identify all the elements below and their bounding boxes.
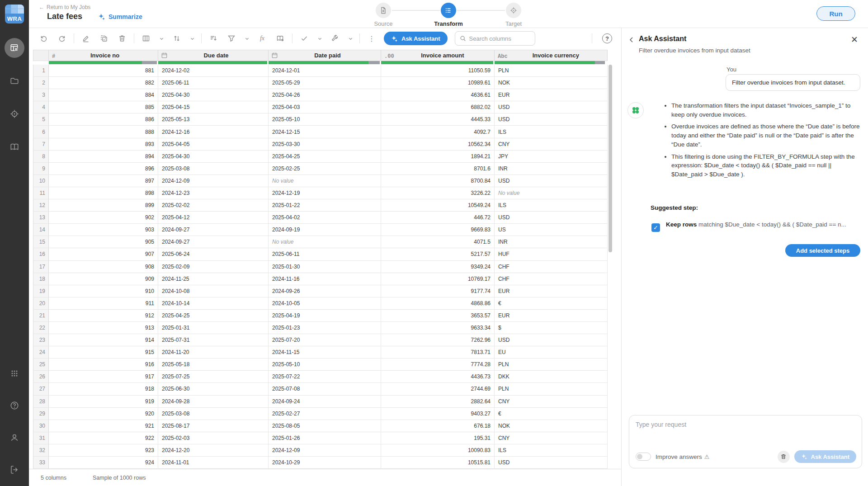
more-options-button[interactable]: ⋮: [366, 33, 377, 44]
edit-cell-button[interactable]: [80, 33, 92, 44]
table-cell[interactable]: 2024-10-14: [158, 297, 269, 310]
table-cell[interactable]: 2024-11-15: [269, 346, 381, 359]
row-number[interactable]: 12: [33, 199, 49, 212]
table-cell[interactable]: HUF: [495, 248, 608, 260]
table-cell[interactable]: USD: [495, 175, 608, 187]
table-cell[interactable]: 2025-06-11: [269, 248, 381, 260]
table-cell[interactable]: 10090.83: [381, 444, 495, 457]
column-header-invoice-currency[interactable]: Abc Invoice currency: [495, 50, 608, 61]
sidebar-item-transform[interactable]: [5, 38, 24, 58]
table-cell[interactable]: 446.72: [381, 212, 495, 224]
table-cell[interactable]: 884: [49, 89, 158, 101]
row-number[interactable]: 24: [33, 346, 49, 359]
table-cell[interactable]: 2882.64: [381, 396, 495, 408]
row-number[interactable]: 5: [33, 113, 49, 126]
table-cell[interactable]: CHF: [495, 273, 608, 285]
table-cell[interactable]: 2024-11-20: [158, 346, 269, 359]
undo-button[interactable]: [38, 33, 50, 44]
table-cell[interactable]: 10769.17: [381, 273, 495, 285]
column-header-invoice-no[interactable]: # Invoice no: [49, 50, 158, 61]
ask-assistant-submit-button[interactable]: Ask Assistant: [794, 450, 857, 463]
table-cell[interactable]: 914: [49, 334, 158, 346]
table-cell[interactable]: 4092.7: [381, 126, 495, 138]
row-number[interactable]: 10: [33, 175, 49, 187]
table-cell[interactable]: 2025-07-22: [269, 371, 381, 383]
table-cell[interactable]: US: [495, 224, 608, 236]
table-cell[interactable]: 9349.24: [381, 261, 495, 273]
table-cell[interactable]: 898: [49, 187, 158, 199]
row-number[interactable]: 17: [33, 261, 49, 273]
table-cell[interactable]: 910: [49, 285, 158, 297]
table-cell[interactable]: 2024-12-02: [158, 65, 269, 77]
table-cell[interactable]: 2025-03-08: [158, 163, 269, 175]
table-cell[interactable]: USD: [495, 457, 608, 469]
table-cell[interactable]: 2744.69: [381, 383, 495, 395]
table-cell[interactable]: 2024-12-09: [158, 175, 269, 187]
table-cell[interactable]: 2025-01-31: [158, 322, 269, 334]
table-cell[interactable]: USD: [495, 334, 608, 346]
row-number[interactable]: 18: [33, 273, 49, 285]
table-cell[interactable]: 11050.59: [381, 65, 495, 77]
tools-dropdown-chevron[interactable]: [347, 33, 354, 44]
group-rows-button[interactable]: [208, 33, 219, 44]
table-cell[interactable]: 1894.21: [381, 151, 495, 163]
table-cell[interactable]: 2025-07-31: [158, 334, 269, 346]
row-number[interactable]: 1: [33, 65, 49, 77]
row-number[interactable]: 19: [33, 285, 49, 297]
row-number[interactable]: 7: [33, 138, 49, 151]
table-cell[interactable]: 2024-12-16: [158, 126, 269, 138]
table-cell[interactable]: 9403.27: [381, 408, 495, 420]
row-number[interactable]: 15: [33, 236, 49, 248]
table-cell[interactable]: CNY: [495, 138, 608, 151]
table-cell[interactable]: 3653.57: [381, 310, 495, 322]
table-cell[interactable]: 2025-04-19: [269, 310, 381, 322]
table-cell[interactable]: 8700.84: [381, 175, 495, 187]
sidebar-item-account[interactable]: [5, 428, 24, 448]
table-cell[interactable]: 2024-11-16: [269, 273, 381, 285]
table-cell[interactable]: No value: [495, 187, 608, 199]
table-cell[interactable]: 922: [49, 432, 158, 444]
app-logo[interactable]: WRA: [5, 5, 24, 24]
table-cell[interactable]: CNY: [495, 396, 608, 408]
table-cell[interactable]: 2025-07-20: [269, 334, 381, 346]
table-cell[interactable]: 888: [49, 126, 158, 138]
vertical-scrollbar[interactable]: [609, 65, 612, 252]
panel-close-icon[interactable]: ✕: [851, 34, 858, 45]
table-cell[interactable]: 2025-01-26: [269, 432, 381, 444]
table-cell[interactable]: 2024-10-05: [269, 297, 381, 310]
table-cell[interactable]: €: [495, 408, 608, 420]
row-number[interactable]: 29: [33, 408, 49, 420]
table-cell[interactable]: 2025-01-23: [269, 322, 381, 334]
table-cell[interactable]: 2025-02-03: [158, 432, 269, 444]
table-cell[interactable]: 913: [49, 322, 158, 334]
table-cell[interactable]: 2025-02-02: [158, 199, 269, 212]
panel-back-button[interactable]: [628, 36, 635, 43]
step-target[interactable]: Target: [493, 3, 534, 27]
table-cell[interactable]: 2025-04-02: [269, 212, 381, 224]
table-cell[interactable]: 881: [49, 65, 158, 77]
add-selected-steps-button[interactable]: Add selected steps: [785, 244, 860, 257]
row-number[interactable]: 13: [33, 212, 49, 224]
row-number[interactable]: 21: [33, 310, 49, 322]
table-cell[interactable]: PLN: [495, 65, 608, 77]
table-cell[interactable]: 2024-09-19: [269, 224, 381, 236]
table-cell[interactable]: NOK: [495, 420, 608, 432]
row-number[interactable]: 11: [33, 187, 49, 199]
sidebar-item-target[interactable]: [5, 104, 24, 124]
row-number[interactable]: 14: [33, 224, 49, 236]
table-cell[interactable]: 2024-09-24: [269, 396, 381, 408]
table-cell[interactable]: 6882.02: [381, 101, 495, 113]
row-number[interactable]: 26: [33, 371, 49, 383]
table-cell[interactable]: 886: [49, 113, 158, 126]
table-cell[interactable]: 885: [49, 101, 158, 113]
table-cell[interactable]: 4436.73: [381, 371, 495, 383]
table-cell[interactable]: 2025-03-08: [158, 408, 269, 420]
table-cell[interactable]: 2024-11-01: [158, 457, 269, 469]
table-cell[interactable]: 917: [49, 371, 158, 383]
sidebar-item-library[interactable]: [5, 137, 24, 157]
table-cell[interactable]: 2025-05-18: [158, 359, 269, 371]
table-cell[interactable]: ILS: [495, 199, 608, 212]
table-cell[interactable]: 4868.86: [381, 297, 495, 310]
table-cell[interactable]: 2025-05-29: [269, 77, 381, 89]
table-cell[interactable]: 2025-01-22: [269, 199, 381, 212]
